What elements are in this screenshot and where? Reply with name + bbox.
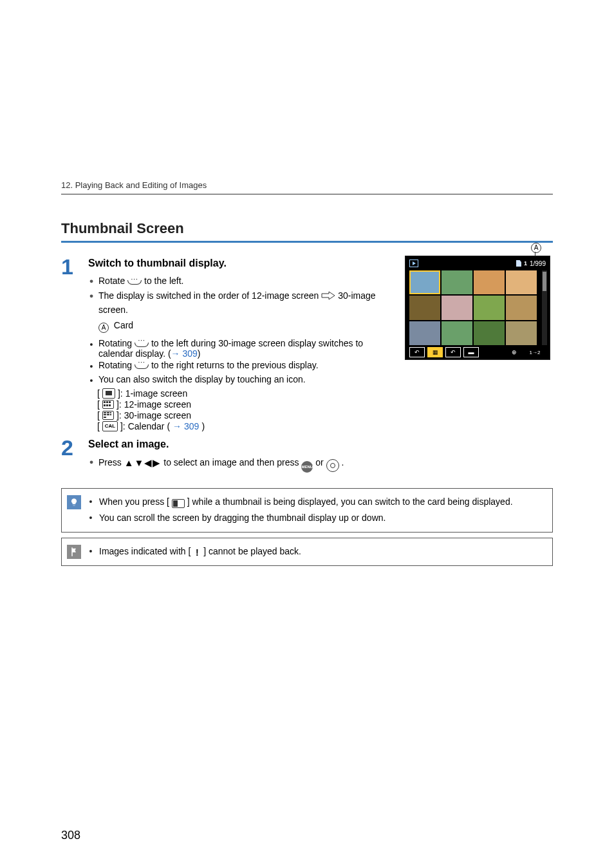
chapter-heading: 12. Playing Back and Editing of Images <box>61 180 553 194</box>
step-1-title: Switch to thumbnail display. <box>88 256 393 272</box>
tip-2: You can scroll the screen by dragging th… <box>99 511 386 525</box>
twelve-image-icon <box>102 400 114 409</box>
link-page-309[interactable]: 309 <box>182 348 197 359</box>
text-fragment: Rotating <box>98 360 135 370</box>
link-arrow-icon: → <box>172 421 181 431</box>
section-title: Thumbnail Screen <box>61 220 553 243</box>
bullet-icon <box>88 545 94 559</box>
menu-set-button-icon: MENU <box>301 461 313 473</box>
text-fragment: . <box>341 457 344 467</box>
rear-dial-icon <box>127 278 142 285</box>
tip-note-box: When you press [ ] while a thumbnail is … <box>61 488 553 533</box>
note-flag-icon <box>67 545 81 559</box>
step1-note-touch: You can also switch the display by touch… <box>98 374 306 387</box>
rear-dial-icon <box>135 341 149 347</box>
icon-30-image-row: []: 30-image screen <box>97 410 393 420</box>
arrow-right-outline-icon <box>321 290 335 299</box>
callout-marker-a: A <box>531 241 541 253</box>
text-fragment: ) <box>201 421 205 431</box>
text-fragment: Rotating <box>98 338 135 348</box>
calendar-icon: CAL <box>102 421 118 431</box>
bullet-icon <box>88 455 95 473</box>
control-dial-button-icon <box>326 459 339 472</box>
grid-view-icon: ▦ <box>427 347 443 357</box>
link-arrow-icon: → <box>171 348 183 359</box>
tip-1: When you press [ ] while a thumbnail is … <box>99 495 513 509</box>
rear-dial-icon <box>135 363 149 369</box>
icon-1-image-row: []: 1-image screen <box>97 388 393 399</box>
thumbnail-preview-callout: A 1 1/999 <box>405 256 553 360</box>
text-fragment: Images indicated with [ <box>99 546 191 556</box>
text-fragment: Press <box>98 457 124 467</box>
step1-switch-text: The display is switched in the order of … <box>98 289 393 317</box>
step1-note-calendar: Rotating to the left during 30-image scr… <box>98 338 393 359</box>
thirty-image-icon <box>102 411 114 420</box>
lcd-bottom-toolbar: ↶ ▦ ↶ ▬ ⊕ 1→2 <box>409 347 546 357</box>
sd-card-icon <box>516 260 521 267</box>
card-slot-switch-icon <box>172 499 185 508</box>
page-number: 308 <box>61 829 80 842</box>
card-legend: A Card <box>98 319 133 333</box>
caution-text: Images indicated with [ ] cannot be play… <box>99 545 301 559</box>
icon-label: 12-image screen <box>124 399 191 410</box>
text-fragment: ) <box>198 348 201 359</box>
step-number-2: 2 <box>61 437 77 474</box>
marker-a-icon: A <box>98 323 109 333</box>
step-2-title: Select an image. <box>88 437 393 453</box>
image-counter: 1 1/999 <box>516 260 546 267</box>
bullet-icon <box>88 338 95 359</box>
text-fragment: Calendar ( <box>128 421 170 431</box>
unplayable-image-icon <box>193 549 201 558</box>
bullet-icon <box>88 495 94 509</box>
step-1: 1 Switch to thumbnail display. Rotate to… <box>61 256 393 334</box>
bullet-icon <box>88 374 95 387</box>
bullet-icon <box>88 360 95 373</box>
playback-mode-icon <box>409 259 418 267</box>
icon-12-image-row: []: 12-image screen <box>97 399 393 410</box>
icon-calendar-row: [CAL]: Calendar (→ 309) <box>97 421 393 431</box>
text-fragment: ] cannot be played back. <box>203 546 301 556</box>
step2-press-text: Press ▲▼◀▶ to select an image and then p… <box>98 455 344 473</box>
text-fragment: to the right returns to the previous dis… <box>151 360 319 370</box>
bullet-icon <box>88 289 95 317</box>
text-fragment: ] while a thumbnail is being displayed, … <box>187 496 513 507</box>
caution-note-box: Images indicated with [ ] cannot be play… <box>61 538 553 566</box>
return-icon: ↶ <box>409 347 425 357</box>
lightbulb-icon <box>67 495 81 509</box>
link-page-309[interactable]: 309 <box>184 421 199 431</box>
text-or: or <box>315 457 326 467</box>
icon-label: 30-image screen <box>124 410 191 420</box>
text-fragment: The display is switched in the order of … <box>98 290 321 301</box>
counter-text: 1/999 <box>530 260 546 267</box>
scrollbar <box>542 270 547 345</box>
step-number-1: 1 <box>61 256 77 334</box>
thumbnail-grid <box>409 270 537 345</box>
single-view-icon: ▬ <box>463 347 479 357</box>
bullet-icon <box>88 274 95 288</box>
card-label-text: Card <box>114 320 133 330</box>
text-fragment: When you press [ <box>99 496 172 507</box>
return-icon: ↶ <box>445 347 461 357</box>
step1-rotate-text: Rotate to the left. <box>98 274 184 288</box>
dpad-arrows-icon: ▲▼◀▶ <box>124 455 162 470</box>
step1-note-right: Rotating to the right returns to the pre… <box>98 360 319 373</box>
text-fragment: to the left. <box>144 276 183 286</box>
card-switch-icon: 1→2 <box>524 348 546 357</box>
text-fragment: Rotate <box>98 276 127 286</box>
bullet-icon <box>88 511 94 525</box>
fn-icon: ⊕ <box>507 348 521 357</box>
one-image-icon <box>102 388 115 399</box>
icon-label: 1-image screen <box>126 388 188 399</box>
marker-a-icon: A <box>531 243 541 253</box>
step-2: 2 Select an image. Press ▲▼◀▶ to select … <box>61 437 393 474</box>
text-fragment: to select an image and then press <box>163 457 301 467</box>
card-slot-number: 1 <box>524 260 527 267</box>
camera-lcd-illustration: 1 1/999 ↶ ▦ ↶ ▬ <box>405 256 550 360</box>
